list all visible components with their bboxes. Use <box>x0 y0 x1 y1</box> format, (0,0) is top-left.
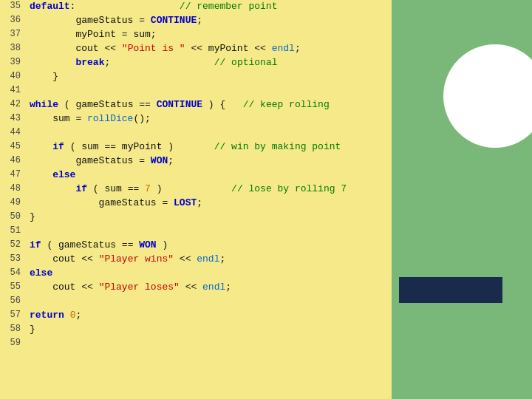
code-line: return 0; <box>27 309 392 323</box>
code-line: cout << "Player wins" << endl; <box>27 253 392 267</box>
code-line: while ( gameStatus == CONTINUE ) { // ke… <box>27 98 392 112</box>
table-row: 51 <box>0 225 392 239</box>
line-number: 59 <box>0 337 27 351</box>
line-number: 41 <box>0 84 27 98</box>
line-number: 35 <box>0 0 27 14</box>
code-line: } <box>27 323 392 337</box>
line-number: 58 <box>0 323 27 337</box>
decorative-bar <box>399 277 502 303</box>
table-row: 52 if ( gameStatus == WON ) <box>0 239 392 253</box>
decorative-circle <box>443 44 532 148</box>
table-row: 44 <box>0 126 392 140</box>
code-line: if ( sum == 7 ) // lose by rolling 7 <box>27 183 392 197</box>
table-row: 55 cout << "Player loses" << endl; <box>0 281 392 295</box>
table-row: 48 if ( sum == 7 ) // lose by rolling 7 <box>0 183 392 197</box>
line-number: 49 <box>0 197 27 211</box>
table-row: 49 gameStatus = LOST; <box>0 197 392 211</box>
table-row: 47 else <box>0 168 392 183</box>
table-row: 37 myPoint = sum; <box>0 28 392 42</box>
code-line: break; // optional <box>27 56 392 70</box>
code-line <box>27 295 392 309</box>
code-line: else <box>27 267 392 281</box>
line-number: 36 <box>0 14 27 28</box>
line-number: 45 <box>0 140 27 154</box>
line-number: 44 <box>0 126 27 140</box>
code-line: gameStatus = WON; <box>27 154 392 168</box>
line-number: 48 <box>0 183 27 197</box>
code-line: myPoint = sum; <box>27 28 392 42</box>
code-line <box>27 337 392 351</box>
right-panel <box>392 0 532 399</box>
table-row: 42 while ( gameStatus == CONTINUE ) { //… <box>0 98 392 112</box>
table-row: 45 if ( sum == myPoint ) // win by makin… <box>0 140 392 154</box>
table-row: 40 } <box>0 70 392 84</box>
line-number: 53 <box>0 253 27 267</box>
line-number: 46 <box>0 154 27 168</box>
code-line: default: // remember point <box>27 0 392 14</box>
line-number: 54 <box>0 267 27 281</box>
line-number: 50 <box>0 211 27 225</box>
code-line: if ( gameStatus == WON ) <box>27 239 392 253</box>
line-number: 42 <box>0 98 27 112</box>
table-row: 54 else <box>0 267 392 281</box>
line-number: 38 <box>0 42 27 56</box>
line-number: 39 <box>0 56 27 70</box>
table-row: 38 cout << "Point is " << myPoint << end… <box>0 42 392 56</box>
table-row: 53 cout << "Player wins" << endl; <box>0 253 392 267</box>
line-number: 55 <box>0 281 27 295</box>
code-line: cout << "Point is " << myPoint << endl; <box>27 42 392 56</box>
line-number: 40 <box>0 70 27 84</box>
line-number: 43 <box>0 112 27 126</box>
table-row: 50 } <box>0 211 392 225</box>
line-number: 56 <box>0 295 27 309</box>
table-row: 58 } <box>0 323 392 337</box>
code-panel: 35 default: // remember point 36 gameSta… <box>0 0 392 399</box>
table-row: 41 <box>0 84 392 98</box>
table-row: 57 return 0; <box>0 309 392 323</box>
code-line: else <box>27 168 392 183</box>
code-table: 35 default: // remember point 36 gameSta… <box>0 0 392 351</box>
line-number: 52 <box>0 239 27 253</box>
table-row: 35 default: // remember point <box>0 0 392 14</box>
code-line <box>27 225 392 239</box>
code-line: gameStatus = CONTINUE; <box>27 14 392 28</box>
line-number: 57 <box>0 309 27 323</box>
code-line: sum = rollDice(); <box>27 112 392 126</box>
code-line <box>27 84 392 98</box>
code-line: } <box>27 211 392 225</box>
line-number: 51 <box>0 225 27 239</box>
code-line: if ( sum == myPoint ) // win by making p… <box>27 140 392 154</box>
code-line: } <box>27 70 392 84</box>
table-row: 36 gameStatus = CONTINUE; <box>0 14 392 28</box>
line-number: 37 <box>0 28 27 42</box>
table-row: 43 sum = rollDice(); <box>0 112 392 126</box>
line-number: 47 <box>0 168 27 183</box>
code-line <box>27 126 392 140</box>
table-row: 59 <box>0 337 392 351</box>
table-row: 46 gameStatus = WON; <box>0 154 392 168</box>
table-row: 39 break; // optional <box>0 56 392 70</box>
code-line: cout << "Player loses" << endl; <box>27 281 392 295</box>
table-row: 56 <box>0 295 392 309</box>
code-line: gameStatus = LOST; <box>27 197 392 211</box>
